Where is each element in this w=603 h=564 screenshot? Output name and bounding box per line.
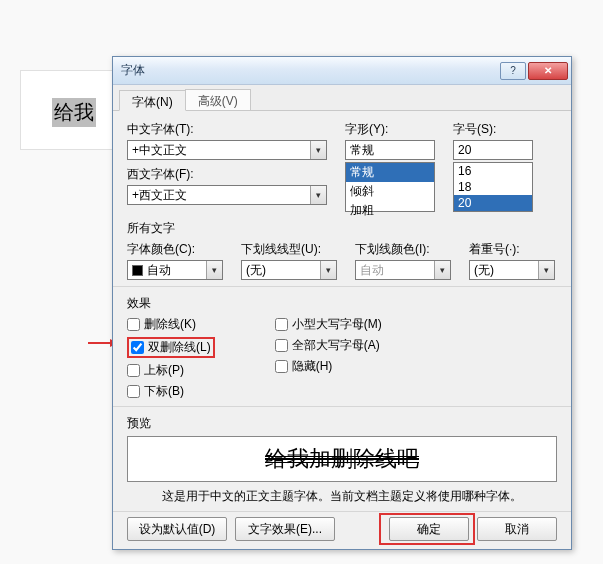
font-dialog: 字体 ? ✕ 字体(N) 高级(V) 中文字体(T): +中文正文 西文字体(F… [112, 56, 572, 550]
en-font-value: +西文正文 [132, 187, 187, 204]
dialog-title: 字体 [121, 62, 498, 79]
button-row: 设为默认值(D) 文字效果(E)... 确定 取消 [113, 517, 571, 541]
checkbox-subscript-input[interactable] [127, 385, 140, 398]
separator [113, 511, 571, 512]
chevron-down-icon[interactable] [320, 261, 336, 279]
emphasis-value: (无) [474, 262, 494, 279]
help-button[interactable]: ? [500, 62, 526, 80]
label-all-text: 所有文字 [127, 220, 557, 237]
size-item-20[interactable]: 20 [454, 195, 532, 211]
separator [113, 286, 571, 287]
underline-color-value: 自动 [360, 262, 384, 279]
style-item-italic[interactable]: 倾斜 [346, 182, 434, 201]
underline-type-combo[interactable]: (无) [241, 260, 337, 280]
style-item-bold[interactable]: 加粗 [346, 201, 434, 220]
checkbox-allcaps[interactable]: 全部大写字母(A) [275, 337, 382, 354]
chevron-down-icon [434, 261, 450, 279]
set-default-button[interactable]: 设为默认值(D) [127, 517, 227, 541]
checkbox-superscript-label: 上标(P) [144, 362, 184, 379]
cancel-button[interactable]: 取消 [477, 517, 557, 541]
annotation-highlight-double-strike: 双删除线(L) [127, 337, 215, 358]
checkbox-hidden[interactable]: 隐藏(H) [275, 358, 382, 375]
checkbox-hidden-label: 隐藏(H) [292, 358, 333, 375]
label-font-color: 字体颜色(C): [127, 241, 223, 258]
checkbox-subscript[interactable]: 下标(B) [127, 383, 215, 400]
label-size: 字号(S): [453, 121, 533, 138]
checkbox-superscript-input[interactable] [127, 364, 140, 377]
checkbox-strike-input[interactable] [127, 318, 140, 331]
checkbox-double-strike[interactable]: 双删除线(L) [131, 339, 211, 356]
chevron-down-icon[interactable] [310, 186, 326, 204]
checkbox-double-strike-label: 双删除线(L) [148, 339, 211, 356]
font-color-combo[interactable]: 自动 [127, 260, 223, 280]
chevron-down-icon[interactable] [538, 261, 554, 279]
label-underline-color: 下划线颜色(I): [355, 241, 451, 258]
tabstrip: 字体(N) 高级(V) [113, 85, 571, 111]
label-emphasis: 着重号(·): [469, 241, 555, 258]
style-item-regular[interactable]: 常规 [346, 163, 434, 182]
preview-text: 给我加删除线吧 [265, 444, 419, 474]
checkbox-hidden-input[interactable] [275, 360, 288, 373]
checkbox-smallcaps[interactable]: 小型大写字母(M) [275, 316, 382, 333]
emphasis-combo[interactable]: (无) [469, 260, 555, 280]
label-cn-font: 中文字体(T): [127, 121, 327, 138]
label-effects: 效果 [127, 295, 557, 312]
underline-color-combo: 自动 [355, 260, 451, 280]
size-input[interactable]: 20 [453, 140, 533, 160]
size-list[interactable]: 16 18 20 [453, 162, 533, 212]
document-selected-text: 给我 [52, 98, 96, 127]
checkbox-allcaps-label: 全部大写字母(A) [292, 337, 380, 354]
dialog-body: 中文字体(T): +中文正文 西文字体(F): +西文正文 字形(Y): 常规 … [113, 111, 571, 526]
font-color-value: 自动 [147, 262, 171, 279]
cn-font-combo[interactable]: +中文正文 [127, 140, 327, 160]
color-chip-icon [132, 265, 143, 276]
tab-advanced[interactable]: 高级(V) [185, 89, 251, 110]
checkbox-smallcaps-input[interactable] [275, 318, 288, 331]
size-item-18[interactable]: 18 [454, 179, 532, 195]
checkbox-smallcaps-label: 小型大写字母(M) [292, 316, 382, 333]
checkbox-superscript[interactable]: 上标(P) [127, 362, 215, 379]
size-item-16[interactable]: 16 [454, 163, 532, 179]
cn-font-value: +中文正文 [132, 142, 187, 159]
checkbox-allcaps-input[interactable] [275, 339, 288, 352]
chevron-down-icon[interactable] [206, 261, 222, 279]
en-font-combo[interactable]: +西文正文 [127, 185, 327, 205]
label-en-font: 西文字体(F): [127, 166, 327, 183]
label-style: 字形(Y): [345, 121, 435, 138]
style-input-value: 常规 [350, 142, 374, 159]
underline-type-value: (无) [246, 262, 266, 279]
preview-hint: 这是用于中文的正文主题字体。当前文档主题定义将使用哪种字体。 [127, 488, 557, 505]
separator [113, 406, 571, 407]
preview-box: 给我加删除线吧 [127, 436, 557, 482]
checkbox-double-strike-input[interactable] [131, 341, 144, 354]
effects-left-col: 删除线(K) 双删除线(L) 上标(P) 下标(B) [127, 316, 215, 400]
chevron-down-icon[interactable] [310, 141, 326, 159]
tab-font[interactable]: 字体(N) [119, 90, 186, 111]
effects-right-col: 小型大写字母(M) 全部大写字母(A) 隐藏(H) [275, 316, 382, 400]
ok-button[interactable]: 确定 [389, 517, 469, 541]
checkbox-subscript-label: 下标(B) [144, 383, 184, 400]
style-list[interactable]: 常规 倾斜 加粗 [345, 162, 435, 212]
close-button[interactable]: ✕ [528, 62, 568, 80]
titlebar[interactable]: 字体 ? ✕ [113, 57, 571, 85]
checkbox-strike[interactable]: 删除线(K) [127, 316, 215, 333]
size-input-value: 20 [458, 143, 471, 157]
style-input[interactable]: 常规 [345, 140, 435, 160]
label-underline-type: 下划线线型(U): [241, 241, 337, 258]
label-preview: 预览 [127, 415, 557, 432]
checkbox-strike-label: 删除线(K) [144, 316, 196, 333]
text-effects-button[interactable]: 文字效果(E)... [235, 517, 335, 541]
